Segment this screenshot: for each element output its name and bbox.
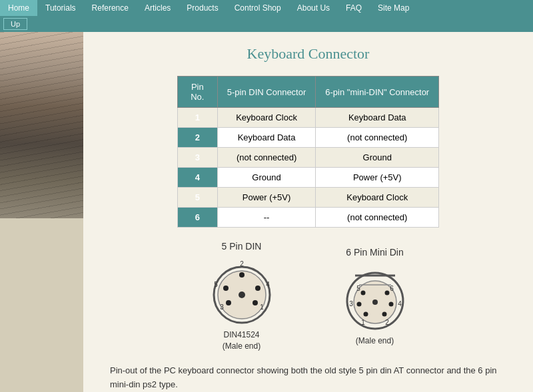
cell-pin: 3 <box>177 148 217 168</box>
table-row: 3(not connected)Ground <box>177 148 438 168</box>
svg-text:4: 4 <box>398 300 402 307</box>
sidebar <box>0 32 83 392</box>
cell-din5: -- <box>217 208 316 228</box>
diagram-5pin-subtitle2: (Male end) <box>202 341 282 351</box>
svg-text:2: 2 <box>385 319 389 326</box>
svg-text:1: 1 <box>361 319 365 326</box>
svg-text:4: 4 <box>266 281 270 288</box>
svg-point-4 <box>239 272 245 278</box>
svg-point-5 <box>226 300 231 305</box>
nav-bar: Home Tutorials Reference Articles Produc… <box>0 0 533 16</box>
col-header-din6: 6-pin "mini-DIN" Connector <box>316 77 439 108</box>
nav-tutorials[interactable]: Tutorials <box>37 0 84 16</box>
svg-point-3 <box>253 300 258 305</box>
sub-nav: Up <box>0 16 533 32</box>
page-title: Keyboard Connector <box>103 45 513 63</box>
cell-pin: 1 <box>177 108 217 128</box>
cell-din5: Power (+5V) <box>217 188 316 208</box>
svg-point-20 <box>388 301 393 306</box>
diagram-5pin-title: 5 Pin DIN <box>202 241 282 252</box>
nav-site-map[interactable]: Site Map <box>370 0 417 16</box>
description-text: Pin-out of the PC keyboard connector sho… <box>103 364 513 392</box>
cell-din5: Keyboard Data <box>217 128 316 148</box>
diagram-6pin: 6 Pin Mini Din <box>335 247 415 345</box>
cell-din6: Keyboard Clock <box>316 188 439 208</box>
table-row: 4GroundPower (+5V) <box>177 168 438 188</box>
svg-point-17 <box>360 290 365 295</box>
nav-reference[interactable]: Reference <box>84 0 137 16</box>
cell-pin: 6 <box>177 208 217 228</box>
table-row: 5Power (+5V)Keyboard Clock <box>177 188 438 208</box>
svg-point-16 <box>372 299 378 305</box>
table-row: 2Keyboard Data(not connected) <box>177 128 438 148</box>
svg-text:3: 3 <box>220 303 224 311</box>
svg-point-7 <box>223 286 229 291</box>
svg-text:5: 5 <box>214 281 218 288</box>
cell-din6: Keyboard Data <box>316 108 439 128</box>
diagram-5pin-svg: 2 4 1 3 5 <box>202 255 282 328</box>
nav-control-shop[interactable]: Control Shop <box>227 0 289 16</box>
cell-pin: 4 <box>177 168 217 188</box>
nav-about-us[interactable]: About Us <box>289 0 338 16</box>
nav-home[interactable]: Home <box>0 0 37 16</box>
col-header-pin: Pin No. <box>177 77 217 108</box>
svg-text:5: 5 <box>356 285 360 292</box>
keyboard-image <box>0 32 83 218</box>
table-row: 1Keyboard ClockKeyboard Data <box>177 108 438 128</box>
layout: Keyboard Connector Pin No. 5-pin DIN Con… <box>0 32 533 392</box>
cell-din6: (not connected) <box>316 128 439 148</box>
svg-point-19 <box>356 301 361 306</box>
diagram-6pin-subtitle2: (Male end) <box>335 336 415 345</box>
up-button[interactable]: Up <box>3 18 27 30</box>
sidebar-image <box>0 32 83 218</box>
table-row: 6--(not connected) <box>177 208 438 228</box>
nav-faq[interactable]: FAQ <box>338 0 370 16</box>
svg-text:1: 1 <box>260 303 264 311</box>
cell-din6: (not connected) <box>316 208 439 228</box>
svg-point-22 <box>382 311 386 316</box>
svg-text:6: 6 <box>390 285 394 292</box>
cell-din5: (not connected) <box>217 148 316 168</box>
svg-point-21 <box>363 311 368 316</box>
cell-pin: 2 <box>177 128 217 148</box>
cell-din5: Ground <box>217 168 316 188</box>
svg-point-18 <box>384 290 389 295</box>
diagram-5pin: 5 Pin DIN <box>202 241 282 351</box>
col-header-din5: 5-pin DIN Connector <box>217 77 316 108</box>
cell-din6: Ground <box>316 148 439 168</box>
diagram-5pin-subtitle1: DIN41524 <box>202 330 282 339</box>
diagrams-section: 5 Pin DIN <box>103 241 513 351</box>
cell-din6: Power (+5V) <box>316 168 439 188</box>
diagram-6pin-svg: 5 6 3 4 1 2 <box>335 261 415 334</box>
connector-table: Pin No. 5-pin DIN Connector 6-pin "mini-… <box>177 76 439 228</box>
cell-din5: Keyboard Clock <box>217 108 316 128</box>
cell-pin: 5 <box>177 188 217 208</box>
svg-point-2 <box>239 292 245 298</box>
main-content: Keyboard Connector Pin No. 5-pin DIN Con… <box>83 32 533 392</box>
svg-text:3: 3 <box>349 300 353 307</box>
nav-articles[interactable]: Articles <box>137 0 179 16</box>
svg-point-6 <box>255 286 261 291</box>
nav-products[interactable]: Products <box>179 0 226 16</box>
diagram-6pin-title: 6 Pin Mini Din <box>335 247 415 258</box>
svg-text:2: 2 <box>240 260 244 268</box>
